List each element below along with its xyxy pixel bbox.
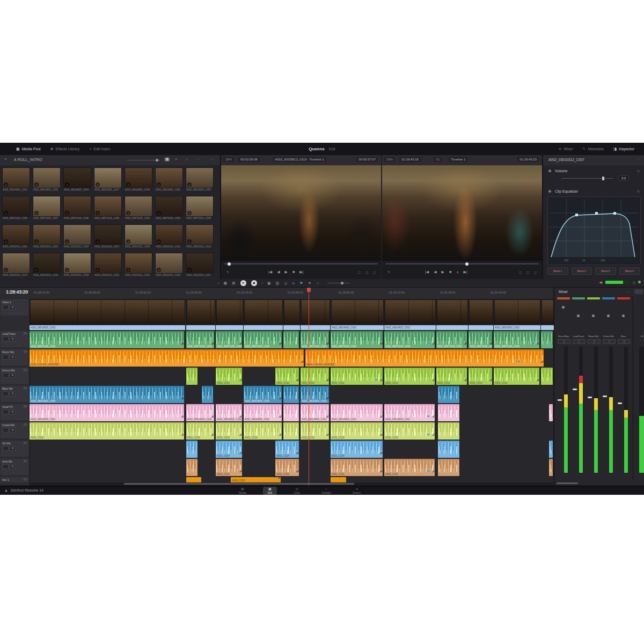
audio-clip[interactable] bbox=[186, 441, 197, 458]
media-clip[interactable]: ♪A002_03010312_C014 bbox=[1, 252, 31, 279]
clip-thumbnail[interactable]: ♪ bbox=[125, 253, 152, 274]
audio-clip[interactable]: A002_C024 bbox=[216, 441, 242, 458]
sort-icon[interactable]: ⋯ bbox=[196, 157, 200, 162]
audio-clip[interactable] bbox=[283, 331, 299, 348]
clip-thumbnail[interactable]: ♪ bbox=[155, 253, 183, 274]
source-clip-select[interactable]: A002_A031BC2_0119 - Timeline 1 bbox=[273, 157, 326, 162]
channel-mute-button[interactable] bbox=[603, 339, 609, 344]
fade-handle[interactable] bbox=[464, 378, 466, 381]
media-clip[interactable]: ♪A002_08973106_C065 bbox=[185, 195, 215, 223]
go-to-first-frame-button[interactable]: |◀ bbox=[425, 269, 429, 275]
audio-clip[interactable]: A002_C024 bbox=[331, 441, 383, 458]
link-clips-icon[interactable]: ∞ bbox=[292, 280, 295, 287]
audio-clip[interactable]: A002_C035 bbox=[231, 477, 281, 482]
audio-clip[interactable]: A002_08973106_C063 bbox=[244, 331, 282, 348]
volume-slider-handle[interactable] bbox=[602, 177, 604, 180]
channel-fader[interactable] bbox=[588, 397, 592, 398]
video-clip[interactable] bbox=[384, 299, 436, 324]
channel-solo-button[interactable] bbox=[609, 339, 616, 344]
fade-handle[interactable] bbox=[464, 342, 466, 345]
page-button-edit[interactable]: ▦Edit bbox=[263, 487, 277, 495]
fade-handle[interactable] bbox=[296, 378, 298, 381]
volume-reset-icon[interactable]: ↻ bbox=[637, 169, 640, 173]
audio-clip[interactable]: A002_C019 bbox=[331, 422, 383, 440]
mixer-scrollbar[interactable] bbox=[557, 482, 578, 484]
eq-band-button[interactable]: Band 1 bbox=[547, 267, 568, 275]
keyboard-icon[interactable]: ◻ bbox=[633, 280, 635, 284]
clip-thumbnail[interactable]: ♪ bbox=[33, 253, 61, 274]
page-button-deliver[interactable]: ➔Deliver bbox=[348, 487, 366, 495]
audio-clip[interactable]: A002_C031 bbox=[331, 459, 383, 476]
video-clip[interactable] bbox=[186, 299, 216, 324]
track-header-a4[interactable]: Drums Mix2.0M bbox=[1, 368, 28, 384]
audio-clip[interactable] bbox=[438, 459, 460, 476]
tab-mixer[interactable]: ≋Mixer bbox=[559, 147, 573, 151]
fade-handle[interactable] bbox=[326, 342, 328, 345]
timeline-horizontal-scrollbar[interactable] bbox=[30, 482, 553, 485]
fade-handle[interactable] bbox=[296, 470, 298, 472]
record-button[interactable]: ● bbox=[456, 269, 458, 275]
track-header-v1[interactable]: Video 1M bbox=[1, 299, 28, 316]
audio-clip[interactable] bbox=[283, 404, 299, 421]
track-header-a10[interactable]: Aux 12.0 bbox=[1, 477, 28, 482]
audio-clip[interactable]: A002_08014825_C063 bbox=[301, 386, 329, 403]
fade-handle[interactable] bbox=[211, 433, 214, 436]
clip-thumbnail[interactable]: ♪ bbox=[125, 224, 152, 245]
media-clip[interactable]: ♪A002_03010312_C011 bbox=[154, 223, 184, 252]
clip-thumbnail[interactable]: ♪ bbox=[94, 196, 122, 217]
audio-clip[interactable] bbox=[186, 477, 201, 482]
clip-thumbnail[interactable]: ♪ bbox=[2, 253, 30, 274]
timeline-video-frame[interactable] bbox=[382, 165, 542, 261]
audio-clip[interactable]: A002_08014826_C001 bbox=[244, 404, 282, 421]
insert-clip-icon[interactable]: ▣ bbox=[267, 280, 271, 287]
play-button[interactable]: ▶ bbox=[285, 269, 288, 275]
loop-icon[interactable]: ↻ bbox=[226, 269, 229, 275]
eq-reset-icon[interactable]: ↻ bbox=[637, 189, 640, 193]
video-clip[interactable] bbox=[301, 299, 330, 324]
channel-fader[interactable] bbox=[573, 389, 577, 390]
track-lock-button[interactable] bbox=[3, 391, 9, 396]
audio-clip[interactable]: A002_C012 bbox=[331, 368, 383, 385]
audio-clip[interactable]: A002_C019 bbox=[244, 422, 282, 440]
track-lock-button[interactable] bbox=[3, 373, 9, 378]
timeline-zoom-select[interactable]: 29% bbox=[384, 157, 395, 162]
clip-marker[interactable] bbox=[274, 477, 276, 478]
audio-clip[interactable] bbox=[541, 331, 553, 348]
channel-solo-button[interactable] bbox=[624, 339, 631, 344]
bin-options-icon[interactable]: ⋯ bbox=[210, 157, 214, 162]
fade-handle[interactable] bbox=[431, 378, 434, 381]
media-clip[interactable]: ♪A002_03010312_C007 bbox=[93, 223, 123, 252]
clip-marker[interactable] bbox=[375, 379, 377, 380]
fade-handle[interactable] bbox=[301, 360, 303, 363]
media-clip[interactable]: ♪A002_03010312_C012 bbox=[185, 223, 215, 252]
fade-handle[interactable] bbox=[489, 342, 492, 345]
audio-clip[interactable]: A002_C019 bbox=[30, 422, 184, 440]
fade-handle[interactable] bbox=[279, 415, 281, 418]
audio-clip[interactable]: A002_08014826_C001 bbox=[216, 404, 242, 421]
track-mute-button[interactable]: M bbox=[10, 446, 16, 451]
audio-clip[interactable]: A002_08014825_C002 bbox=[384, 325, 436, 330]
track-lock-button[interactable] bbox=[3, 428, 9, 433]
video-clip[interactable] bbox=[244, 299, 283, 324]
normal-edit-mode-icon[interactable]: ➤ bbox=[240, 280, 246, 286]
audio-clip[interactable]: A004 LIVE MIX_MASTER bbox=[30, 349, 304, 367]
track-header-a6[interactable]: Vocal FX2.0M bbox=[1, 404, 28, 420]
audio-clip[interactable]: A002_08014825_C063 bbox=[244, 386, 282, 403]
clip-thumbnail[interactable]: ♪ bbox=[125, 196, 152, 217]
clip-marker[interactable] bbox=[427, 470, 429, 472]
track-header-a9[interactable]: Amb Mix2.0M bbox=[1, 459, 28, 475]
audio-clip[interactable]: A002_08973106_C063 bbox=[436, 331, 467, 348]
flag-icon[interactable]: ⚑ bbox=[299, 280, 303, 287]
media-clip[interactable]: ♪A002_08014825_C042 bbox=[32, 166, 62, 195]
video-clip[interactable] bbox=[30, 299, 185, 324]
audio-clip[interactable]: A002_08014826_C001 bbox=[30, 404, 184, 421]
fade-handle[interactable] bbox=[277, 477, 280, 479]
audio-clip[interactable] bbox=[244, 325, 283, 330]
media-clip[interactable]: ♪A002_03010312_C003 bbox=[32, 223, 62, 252]
clip-thumbnail[interactable]: ♪ bbox=[63, 224, 91, 245]
fade-handle[interactable] bbox=[239, 342, 241, 345]
loop-icon[interactable]: ↻ bbox=[387, 269, 390, 275]
audio-clip[interactable]: A002_08014826_C001 bbox=[331, 404, 383, 421]
timeline-zoom-slider[interactable] bbox=[327, 283, 350, 283]
fade-handle[interactable] bbox=[326, 433, 328, 436]
